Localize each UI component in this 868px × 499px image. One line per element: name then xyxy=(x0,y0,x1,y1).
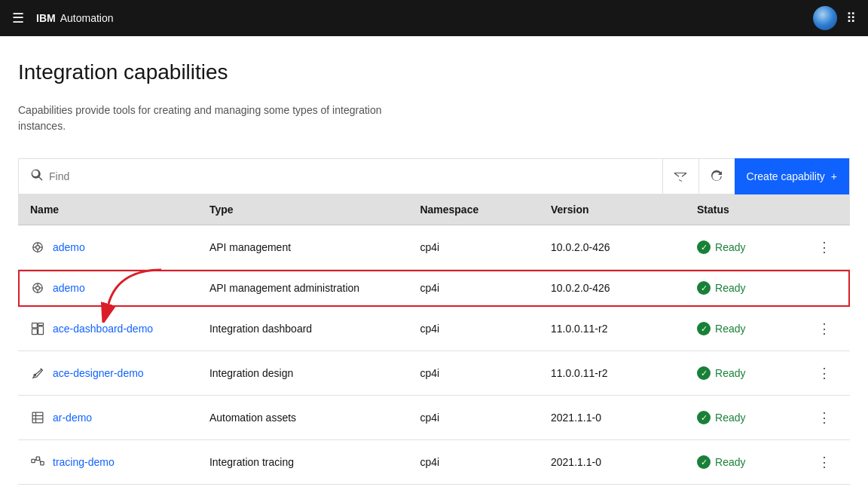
namespace-cell: cp4i xyxy=(408,270,539,307)
svg-rect-22 xyxy=(36,457,39,460)
name-cell: ademo xyxy=(30,240,185,255)
user-avatar[interactable] xyxy=(813,6,837,30)
brand-logo: IBM Automation xyxy=(36,12,114,24)
status-cell: ✓ Ready xyxy=(685,440,799,485)
status-ready: ✓ Ready xyxy=(697,411,787,424)
capability-name-link[interactable]: ademo xyxy=(53,241,85,253)
capability-name-link[interactable]: ar-demo xyxy=(53,412,92,424)
column-header-status: Status xyxy=(685,194,799,225)
type-cell: Integration dashboard xyxy=(197,307,408,351)
status-ready: ✓ Ready xyxy=(697,322,787,335)
column-header-type: Type xyxy=(197,194,408,225)
svg-rect-12 xyxy=(32,323,38,328)
status-label: Ready xyxy=(715,282,745,294)
svg-point-7 xyxy=(36,286,40,290)
namespace-cell: cp4i xyxy=(408,225,539,270)
name-cell: ace-designer-demo xyxy=(30,366,185,381)
actions-cell: ⋮ xyxy=(799,307,850,351)
type-cell: API management administration xyxy=(197,270,408,307)
dashboard-icon xyxy=(30,321,45,336)
svg-rect-23 xyxy=(41,461,44,464)
capability-name-link[interactable]: tracing-demo xyxy=(53,456,115,468)
status-cell: ✓ Ready xyxy=(685,396,799,440)
capabilities-table: Name Type Namespace Version Status ademo… xyxy=(18,194,850,485)
column-header-version: Version xyxy=(539,194,685,225)
overflow-menu-button[interactable]: ⋮ xyxy=(811,406,838,429)
overflow-menu-button[interactable]: ⋮ xyxy=(811,451,838,473)
status-cell: ✓ Ready xyxy=(685,351,799,396)
toolbar-actions: Create capability + xyxy=(662,158,849,194)
type-cell: API management xyxy=(197,225,408,270)
status-check-icon: ✓ xyxy=(697,240,711,254)
status-label: Ready xyxy=(715,412,745,424)
search-container xyxy=(19,169,662,184)
status-ready: ✓ Ready xyxy=(697,240,787,254)
status-cell: ✓ Ready xyxy=(685,270,799,307)
assets-icon xyxy=(30,410,45,425)
svg-rect-14 xyxy=(32,329,38,335)
version-cell: 10.0.2.0-426 xyxy=(539,270,685,307)
status-label: Ready xyxy=(715,367,745,379)
create-capability-label: Create capability xyxy=(747,170,825,182)
overflow-menu-button[interactable]: ⋮ xyxy=(811,317,838,340)
grid-icon[interactable]: ⠿ xyxy=(846,10,856,26)
namespace-cell: cp4i xyxy=(408,307,539,351)
column-header-namespace: Namespace xyxy=(408,194,539,225)
version-cell: 2021.1.1-0 xyxy=(539,440,685,485)
svg-rect-17 xyxy=(32,412,43,423)
svg-rect-13 xyxy=(38,323,44,326)
table-row: ademo API management administrationcp4i1… xyxy=(18,270,850,307)
create-capability-button[interactable]: Create capability + xyxy=(735,158,849,194)
svg-rect-15 xyxy=(38,326,44,335)
tracing-icon xyxy=(30,455,45,470)
status-ready: ✓ Ready xyxy=(697,366,787,380)
status-check-icon: ✓ xyxy=(697,455,711,469)
version-cell: 2021.1.1-0 xyxy=(539,396,685,440)
actions-cell: ⋮ xyxy=(799,396,850,440)
status-label: Ready xyxy=(715,241,745,253)
version-cell: 11.0.0.11-r2 xyxy=(539,307,685,351)
capability-name-link[interactable]: ace-dashboard-demo xyxy=(53,323,153,335)
svg-rect-21 xyxy=(32,459,35,462)
overflow-menu-button[interactable]: ⋮ xyxy=(811,362,838,384)
name-cell: ace-dashboard-demo xyxy=(30,321,185,336)
page-description: Capabilities provide tools for creating … xyxy=(18,103,395,134)
main-content: Integration capabilities Capabilities pr… xyxy=(0,36,868,499)
toolbar: Create capability + xyxy=(18,158,850,194)
api-icon xyxy=(30,240,45,255)
namespace-cell: cp4i xyxy=(408,351,539,396)
table-row: ace-designer-demo Integration designcp4i… xyxy=(18,351,850,396)
create-plus-icon: + xyxy=(831,170,837,182)
table-row: ar-demo Automation assetscp4i2021.1.1-0 … xyxy=(18,396,850,440)
status-ready: ✓ Ready xyxy=(697,455,787,469)
hamburger-menu-icon[interactable]: ☰ xyxy=(12,10,24,26)
type-cell: Integration design xyxy=(197,351,408,396)
filter-icon-button[interactable] xyxy=(662,158,698,194)
column-header-name: Name xyxy=(18,194,197,225)
type-cell: Automation assets xyxy=(197,396,408,440)
search-icon xyxy=(31,169,43,184)
capability-name-link[interactable]: ace-designer-demo xyxy=(53,367,144,379)
version-cell: 11.0.0.11-r2 xyxy=(539,351,685,396)
brand-product-text: Automation xyxy=(60,12,114,24)
refresh-icon-button[interactable] xyxy=(698,158,735,194)
name-cell: ademo xyxy=(30,280,185,295)
status-check-icon: ✓ xyxy=(697,411,711,424)
status-check-icon: ✓ xyxy=(697,366,711,380)
capability-name-link[interactable]: ademo xyxy=(53,282,85,294)
status-cell: ✓ Ready xyxy=(685,225,799,270)
brand-ibm-text: IBM xyxy=(36,12,56,24)
actions-cell xyxy=(799,270,850,307)
table-header-row: Name Type Namespace Version Status xyxy=(18,194,850,225)
status-check-icon: ✓ xyxy=(697,281,711,295)
top-navigation: ☰ IBM Automation ⠿ xyxy=(0,0,868,36)
design-icon xyxy=(30,366,45,381)
table-row: tracing-demo Integration tracingcp4i2021… xyxy=(18,440,850,485)
status-cell: ✓ Ready xyxy=(685,307,799,351)
search-input[interactable] xyxy=(49,170,650,182)
type-cell: Integration tracing xyxy=(197,440,408,485)
namespace-cell: cp4i xyxy=(408,440,539,485)
overflow-menu-button[interactable]: ⋮ xyxy=(811,236,838,259)
actions-cell: ⋮ xyxy=(799,225,850,270)
name-cell: ar-demo xyxy=(30,410,185,425)
